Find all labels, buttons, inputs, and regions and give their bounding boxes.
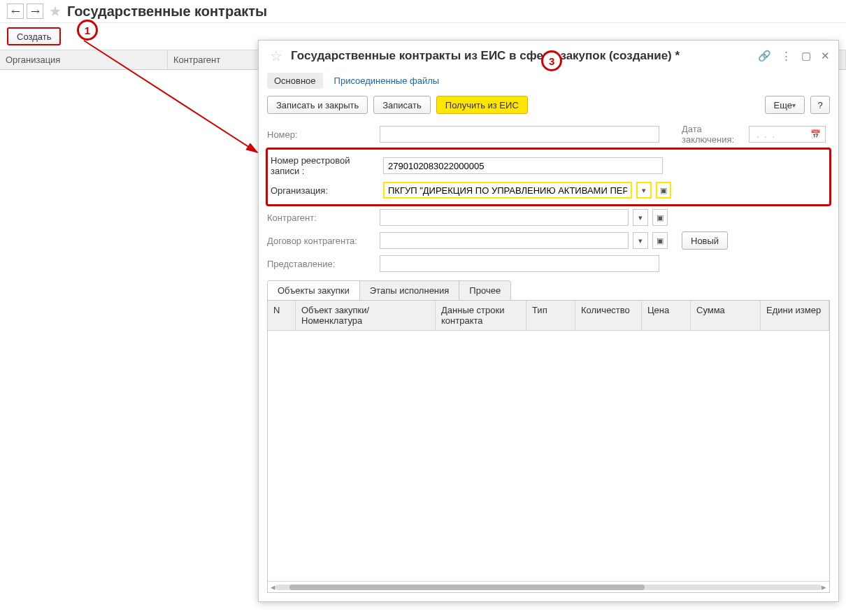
tab-stages[interactable]: Этапы исполнения [360,281,460,300]
dialog: ☆ Государственные контракты из ЕИС в сфе… [258,40,839,602]
scroll-left-icon[interactable]: ◂ [271,582,275,592]
tab-main[interactable]: Основное [267,73,323,89]
date-label: Дата заключения: [682,124,745,145]
registry-input[interactable] [383,157,663,174]
contract-dropdown-icon[interactable]: ▾ [633,232,648,249]
more-icon[interactable]: ⋮ [781,50,791,62]
new-contract-button[interactable]: Новый [682,231,728,250]
horizontal-scrollbar[interactable]: ◂ ▸ [268,581,829,592]
more-button[interactable]: Еще [765,96,805,114]
grid-body[interactable] [268,331,829,581]
favorite-star-icon[interactable]: ★ [49,3,62,20]
scroll-right-icon[interactable]: ▸ [822,582,826,592]
counterparty-input[interactable] [380,209,629,226]
org-dropdown-icon[interactable]: ▾ [636,182,652,199]
forward-button[interactable]: 🡒 [27,3,43,19]
inner-tabs: Объекты закупки Этапы исполнения Прочее [267,280,511,300]
tab-objects[interactable]: Объекты закупки [268,281,360,300]
grid-col-type[interactable]: Тип [526,301,575,330]
maximize-icon[interactable]: ▢ [801,50,811,62]
date-input[interactable]: . . . 📅 [749,126,826,143]
grid: N Объект закупки/Номенклатура Данные стр… [267,300,830,593]
number-label: Номер: [267,129,375,140]
create-button[interactable]: Создать [7,27,61,45]
close-icon[interactable]: ✕ [821,50,830,62]
contract-input[interactable] [380,232,629,249]
registry-label: Номер реестровой записи : [271,155,379,176]
grid-col-n[interactable]: N [268,301,296,330]
link-icon[interactable]: 🔗 [758,50,771,62]
org-input[interactable] [383,182,632,199]
counterparty-label: Контрагент: [267,213,375,223]
grid-col-rowdata[interactable]: Данные строки контракта [436,301,526,330]
org-open-icon[interactable]: ▣ [656,182,671,199]
dialog-favorite-icon[interactable]: ☆ [270,48,282,64]
highlight-group: Номер реестровой записи : Организация: ▾… [266,148,831,206]
calendar-icon[interactable]: 📅 [810,129,821,139]
representation-input[interactable] [380,255,659,272]
counterparty-dropdown-icon[interactable]: ▾ [633,209,648,226]
page-title: Государственные контракты [67,3,267,20]
back-button[interactable]: 🡐 [7,3,24,19]
contract-open-icon[interactable]: ▣ [652,232,668,249]
date-placeholder: . . . [754,129,810,140]
grid-col-price[interactable]: Цена [642,301,691,330]
tab-other[interactable]: Прочее [459,281,510,300]
grid-col-qty[interactable]: Количество [575,301,642,330]
tab-attachments[interactable]: Присоединенные файлы [334,73,440,89]
grid-col-object[interactable]: Объект закупки/Номенклатура [296,301,436,330]
counterparty-open-icon[interactable]: ▣ [652,209,668,226]
fetch-eis-button[interactable]: Получить из ЕИС [436,96,528,114]
grid-col-unit[interactable]: Едини измер [761,301,829,330]
org-label: Организация: [271,185,379,196]
save-button[interactable]: Записать [373,96,431,114]
representation-label: Представление: [267,259,375,269]
number-input[interactable] [380,126,659,143]
save-close-button[interactable]: Записать и закрыть [267,96,368,114]
contract-label: Договор контрагента: [267,236,375,246]
help-button[interactable]: ? [810,96,830,114]
dialog-title: Государственные контракты из ЕИС в сфере… [291,49,752,63]
list-col-organization[interactable]: Организация [0,50,168,69]
grid-col-sum[interactable]: Сумма [691,301,761,330]
